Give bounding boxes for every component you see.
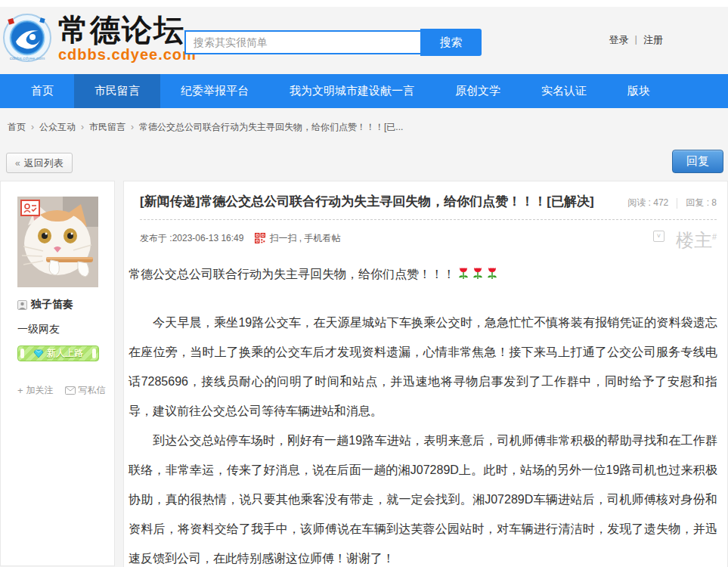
tulip-icon	[486, 266, 498, 280]
post-paragraph: 今天早晨，乘坐19路公交车，在天源星城站下车换乘公交时，急急忙忙不慎将装有报销凭…	[129, 308, 717, 426]
newbie-badge-label: 新人上路	[47, 347, 83, 360]
post-panel: [新闻传递]常德公交总公司联合行动为失主寻回失物，给你们点赞！！！[已解决] 阅…	[123, 181, 728, 567]
post-stats: 阅读 : 472 回复 : 8	[627, 197, 717, 209]
post-head: [新闻传递]常德公交总公司联合行动为失主寻回失物，给你们点赞！！！[已解决] 阅…	[124, 181, 727, 210]
nav-item-civilized-city[interactable]: 我为文明城市建设献一言	[269, 74, 435, 108]
dashed-divider	[140, 219, 717, 220]
double-chevron-left-icon: «	[15, 158, 20, 169]
author-sidebar: 独子笛奏 一级网友 新人上路 + 加关注 写私信	[0, 181, 115, 566]
username-row: 独子笛奏	[17, 298, 114, 311]
views-stat: 阅读 : 472	[627, 197, 668, 209]
qr-code-icon	[255, 233, 265, 243]
site-logo[interactable]: cdbbs.cdyee.com 常德论坛 cdbbs.cdyee.com	[2, 13, 197, 64]
site-header: cdbbs.cdyee.com 常德论坛 cdbbs.cdyee.com 搜索 …	[0, 7, 728, 74]
user-icon	[17, 300, 27, 310]
stats-divider	[677, 198, 677, 209]
breadcrumb: 首页 › 公众互动 › 市民留言 › 常德公交总公司联合行动为失主寻回失物，给你…	[0, 108, 728, 146]
auth-links: 登录 | 注册	[609, 33, 663, 47]
nav-item-boards[interactable]: 版块	[607, 74, 671, 108]
top-strip	[0, 0, 728, 7]
follow-label: 加关注	[26, 384, 54, 397]
search-button[interactable]: 搜索	[420, 29, 482, 56]
breadcrumb-item-citizen-messages[interactable]: 市民留言	[89, 121, 125, 134]
avatar[interactable]	[17, 197, 98, 287]
user-level: 一级网友	[17, 323, 114, 336]
nav-item-citizen-messages[interactable]: 市民留言	[74, 74, 160, 108]
username[interactable]: 独子笛奏	[31, 298, 73, 311]
breadcrumb-separator: ›	[31, 122, 34, 132]
sidebar-actions: + 加关注 写私信	[17, 384, 114, 397]
register-link[interactable]: 注册	[643, 33, 663, 47]
post-body: 常德公交总公司联合行动为失主寻回失物，给你们点赞！！！🌷🌷🌷 今天早晨，乘坐19…	[124, 249, 727, 567]
floor-badge: 楼主#	[676, 227, 717, 250]
search-bar: 搜索	[184, 29, 482, 56]
id-card-icon	[20, 200, 40, 216]
back-to-list-label: 返回列表	[24, 156, 64, 170]
main-nav: 首页 市民留言 纪委举报平台 我为文明城市建设献一言 原创文学 实名认证 版块	[0, 74, 728, 108]
private-message-button[interactable]: 写私信	[65, 384, 106, 397]
back-to-list-button[interactable]: « 返回列表	[6, 153, 73, 173]
nav-item-home[interactable]: 首页	[11, 74, 74, 108]
plus-icon: +	[17, 385, 23, 396]
published-label: 发布于 :	[140, 232, 172, 245]
tulip-icon	[472, 266, 484, 280]
post-paragraph: 常德公交总公司联合行动为失主寻回失物，给你们点赞！！！🌷🌷🌷	[129, 259, 717, 289]
site-name: 常德论坛	[58, 13, 197, 48]
post-meta: 发布于 : 2023-06-13 16:49 扫一扫 , 手机看帖 ˅ 楼主#	[140, 227, 717, 249]
login-link[interactable]: 登录	[609, 33, 629, 47]
breadcrumb-item-public-interaction[interactable]: 公众互动	[39, 121, 76, 134]
post-meta-right: ˅ 楼主#	[653, 227, 717, 250]
diamond-icon	[33, 349, 44, 358]
private-message-label: 写私信	[79, 384, 106, 397]
post-title: [新闻传递]常德公交总公司联合行动为失主寻回失物，给你们点赞！！！[已解决]	[140, 194, 594, 210]
newbie-badge: 新人上路	[17, 345, 99, 361]
thread-content: 独子笛奏 一级网友 新人上路 + 加关注 写私信	[0, 181, 728, 567]
scan-hint: 扫一扫 , 手机看帖	[269, 232, 340, 245]
breadcrumb-item-current-thread: 常德公交总公司联合行动为失主寻回失物，给你们点赞！！！[已...	[139, 121, 403, 134]
reply-button[interactable]: 回复	[672, 150, 723, 173]
thread-toolbar: « 返回列表 回复	[0, 146, 728, 181]
breadcrumb-separator: ›	[131, 122, 134, 132]
nav-item-real-name-auth[interactable]: 实名认证	[521, 74, 607, 108]
tulip-icon	[457, 266, 469, 280]
svg-text:cdbbs.cdyee.com: cdbbs.cdyee.com	[10, 56, 45, 60]
nav-item-original-literature[interactable]: 原创文学	[435, 74, 521, 108]
published-time: 2023-06-13 16:49	[172, 233, 244, 243]
collapse-checkbox-icon[interactable]: ˅	[653, 231, 664, 242]
nav-item-discipline-report[interactable]: 纪委举报平台	[160, 74, 269, 108]
site-url: cdbbs.cdyee.com	[58, 46, 197, 64]
search-input[interactable]	[184, 30, 420, 54]
follow-button[interactable]: + 加关注	[17, 384, 54, 397]
breadcrumb-item-home[interactable]: 首页	[8, 121, 26, 134]
site-logo-icon: cdbbs.cdyee.com	[2, 13, 52, 63]
auth-divider: |	[635, 33, 637, 47]
breadcrumb-separator: ›	[81, 122, 84, 132]
envelope-icon	[65, 386, 76, 395]
post-paragraph: 到达公交总站停车场时，刚好有一趟19路车进站，表明来意后，司机师傅非常积极的帮助…	[129, 426, 717, 567]
replies-stat: 回复 : 8	[686, 197, 717, 209]
